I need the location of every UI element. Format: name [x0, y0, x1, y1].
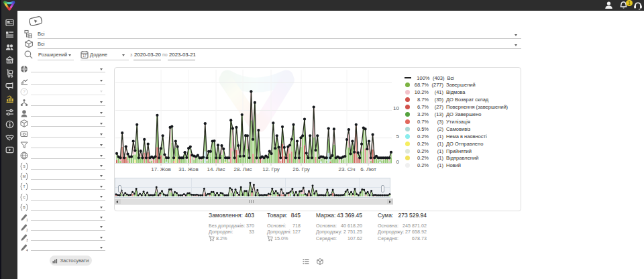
- svg-text:0: 0: [396, 159, 400, 165]
- svg-text:10: 10: [393, 105, 399, 111]
- svg-text:17. Жов: 17. Жов: [151, 166, 170, 172]
- svg-text:23. Січ: 23. Січ: [338, 166, 355, 172]
- svg-text:28. Лис: 28. Лис: [233, 166, 252, 172]
- svg-text:5: 5: [396, 133, 400, 140]
- svg-text:6. Лют: 6. Лют: [360, 166, 376, 172]
- svg-text:31. Жов: 31. Жов: [178, 166, 198, 172]
- svg-text:26. Гру: 26. Гру: [292, 166, 310, 172]
- svg-text:12. Гру: 12. Гру: [262, 166, 280, 172]
- svg-text:14. Лис: 14. Лис: [207, 166, 225, 172]
